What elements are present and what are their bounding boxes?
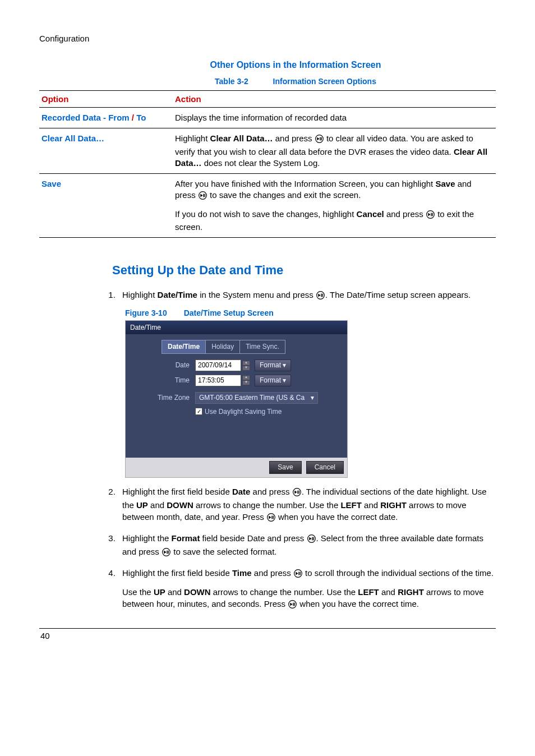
th-action: Action [173, 91, 496, 108]
play-pause-icon [266, 513, 276, 524]
step-1: Highlight Date/Time in the System menu a… [118, 289, 496, 478]
step-2: Highlight the first field beside Date an… [118, 486, 496, 524]
tab-datetime[interactable]: Date/Time [162, 340, 206, 354]
figure-caption: Figure 3-10Date/Time Setup Screen [125, 308, 496, 319]
play-pause-icon [162, 547, 171, 559]
input-time[interactable]: 17:53:05 [195, 375, 241, 386]
label-time: Time [133, 376, 195, 385]
figure-title: Date/Time Setup Screen [184, 308, 274, 317]
step-4: Highlight the first field beside Time an… [118, 567, 496, 611]
play-pause-icon [292, 487, 302, 499]
screenshot-datetime: Date/Time Date/Time Holiday Time Sync. D… [125, 320, 348, 478]
ss-footer: Save Cancel [126, 458, 347, 477]
opt-clear: Clear All Data… [39, 128, 173, 174]
action-cell: Displays the time information of recorde… [173, 108, 496, 128]
row-tz: Time Zone GMT-05:00 Eastern Time (US & C… [133, 392, 339, 404]
page-number: 40 [39, 631, 496, 640]
play-pause-icon [293, 569, 303, 580]
figure-label: Figure 3-10 [125, 308, 167, 317]
select-tz[interactable]: GMT-05:00 Eastern Time (US & Ca▾ [195, 392, 318, 404]
options-table: Option Action Recorded Data - From / To … [39, 90, 496, 238]
format-date-button[interactable]: Format ▾ [255, 359, 291, 371]
chevron-down-icon: ▾ [283, 361, 286, 369]
ss-body: Date/Time Holiday Time Sync. Date 2007/0… [126, 334, 347, 458]
play-pause-icon [288, 600, 297, 611]
table-row: Save After you have finished with the In… [39, 174, 496, 238]
step-4-sub: Use the UP and DOWN arrows to change the… [122, 586, 496, 611]
chevron-down-icon: ▾ [283, 376, 286, 384]
play-pause-icon [316, 291, 325, 302]
row-time: Time 17:53:05 ▲▼ Format ▾ [133, 375, 339, 386]
spinner-time[interactable]: ▲▼ [242, 375, 250, 385]
chevron-down-icon: ▾ [311, 393, 314, 403]
table-label: Table 3-2 [215, 77, 248, 86]
label-tz: Time Zone [133, 393, 195, 403]
row-dst: ✓ Use Daylight Saving Time [195, 407, 339, 417]
label-dst: Use Daylight Saving Time [205, 407, 282, 417]
table-caption: Table 3-2 Information Screen Options [95, 77, 496, 86]
running-header: Configuration [39, 34, 496, 43]
steps-list: Highlight Date/Time in the System menu a… [101, 289, 496, 611]
th-option: Option [39, 91, 173, 108]
opt-recorded: Recorded Data - From / To [39, 108, 173, 128]
play-pause-icon [426, 210, 435, 222]
play-pause-icon [307, 534, 316, 546]
ss-titlebar: Date/Time [126, 321, 347, 335]
opt-save: Save [39, 174, 173, 238]
cancel-button[interactable]: Cancel [306, 461, 344, 474]
tab-timesync[interactable]: Time Sync. [239, 340, 285, 354]
table-title: Information Screen Options [273, 77, 376, 86]
section-heading: Setting Up the Date and Time [112, 263, 496, 278]
spinner-date[interactable]: ▲▼ [242, 361, 250, 371]
save-button[interactable]: Save [269, 461, 301, 474]
footer-rule [39, 628, 496, 629]
tab-holiday[interactable]: Holiday [205, 340, 240, 354]
label-date: Date [133, 361, 195, 370]
ss-tabs: Date/Time Holiday Time Sync. [162, 340, 339, 354]
play-pause-icon [198, 191, 207, 202]
play-pause-icon [315, 135, 324, 146]
table-row: Recorded Data - From / To Displays the t… [39, 108, 496, 128]
action-cell: After you have finished with the Informa… [173, 174, 496, 238]
subheading: Other Options in the Information Screen [95, 60, 496, 70]
table-row: Clear All Data… Highlight Clear All Data… [39, 128, 496, 174]
action-cell: Highlight Clear All Data… and press to c… [173, 128, 496, 174]
step-3: Highlight the Format field beside Date a… [118, 532, 496, 559]
checkbox-dst[interactable]: ✓ [195, 408, 202, 415]
input-date[interactable]: 2007/09/14 [195, 359, 241, 371]
row-date: Date 2007/09/14 ▲▼ Format ▾ [133, 359, 339, 371]
format-time-button[interactable]: Format ▾ [255, 375, 291, 386]
